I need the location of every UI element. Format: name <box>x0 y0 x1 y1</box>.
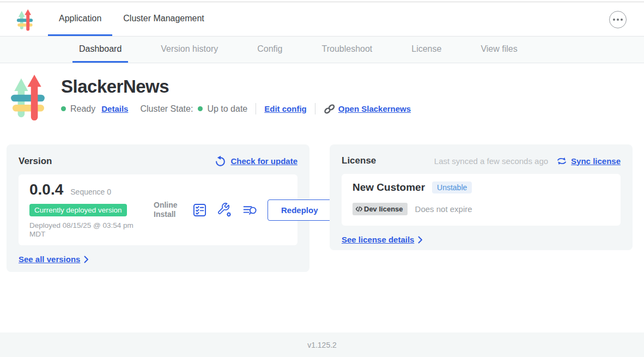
edit-config-link[interactable]: Edit config <box>264 104 307 113</box>
open-app-link[interactable]: Open Slackernews <box>324 104 411 114</box>
see-all-versions-link: See all versions <box>19 255 80 264</box>
deployed-timestamp: Deployed 08/15/25 @ 03:54 pm MDT <box>29 221 144 239</box>
console-footer: v1.125.2 <box>0 332 644 357</box>
console-version-label: v1.125.2 <box>307 341 337 349</box>
divider <box>315 103 315 114</box>
chevron-right-icon <box>84 256 89 263</box>
dashboard-cards: Version Check for update 0.0.4 Sequence … <box>0 120 644 272</box>
chevron-right-icon <box>418 236 423 244</box>
sequence-label: Sequence 0 <box>70 187 111 196</box>
check-for-update-link: Check for update <box>230 156 297 166</box>
app-header: Application Cluster Management <box>0 2 644 37</box>
open-app-link-label: Open Slackernews <box>338 104 411 113</box>
app-status-row: Ready Details Cluster State: Up to date … <box>61 103 411 114</box>
preflight-checks-icon[interactable] <box>192 203 207 217</box>
see-all-versions[interactable]: See all versions <box>19 255 297 264</box>
page-title: SlackerNews <box>61 76 411 97</box>
refresh-icon <box>215 155 226 167</box>
license-card-title: License <box>342 155 376 166</box>
tab-cluster-management[interactable]: Cluster Management <box>112 2 215 36</box>
subnav-version-history[interactable]: Version history <box>154 37 224 63</box>
redeploy-button[interactable]: Redeploy <box>268 199 332 221</box>
license-expiry: Does not expire <box>415 204 472 214</box>
status-details-link[interactable]: Details <box>101 104 128 113</box>
license-type-label: Dev license <box>364 205 403 213</box>
last-synced-label: Last synced a few seconds ago <box>434 156 548 166</box>
slackernews-logo-icon <box>16 9 33 31</box>
current-version-panel: 0.0.4 Sequence 0 Currently deployed vers… <box>19 174 297 245</box>
subnav-troubleshoot[interactable]: Troubleshoot <box>315 37 379 63</box>
subnav-dashboard[interactable]: Dashboard <box>72 37 128 63</box>
ellipsis-icon <box>613 19 615 21</box>
version-number: 0.0.4 <box>29 181 63 198</box>
divider <box>256 103 256 114</box>
code-icon <box>355 205 363 213</box>
tab-application[interactable]: Application <box>48 2 112 36</box>
cluster-state-label: Cluster State: <box>140 104 193 114</box>
check-for-update[interactable]: Check for update <box>215 155 297 167</box>
cluster-status-dot-icon <box>198 106 203 111</box>
header-tabs: Application Cluster Management <box>48 2 215 36</box>
version-card: Version Check for update 0.0.4 Sequence … <box>7 144 309 272</box>
app-subnav: Dashboard Version history Config Trouble… <box>0 37 644 63</box>
subnav-license[interactable]: License <box>405 37 448 63</box>
chain-link-icon <box>324 104 336 114</box>
deployed-status-badge: Currently deployed version <box>29 204 127 216</box>
version-card-title: Version <box>19 156 52 167</box>
ready-status-dot-icon <box>61 106 66 111</box>
app-logo-icon <box>9 74 46 120</box>
view-files-icon[interactable] <box>242 203 257 217</box>
license-details-panel: New Customer Unstable Dev license Does n… <box>342 174 621 226</box>
see-license-details-link: See license details <box>342 235 414 244</box>
cluster-state-value: Up to date <box>207 104 247 114</box>
license-card: License Last synced a few seconds ago Sy… <box>330 144 633 250</box>
subnav-view-files[interactable]: View files <box>474 37 524 63</box>
sync-arrows-icon <box>556 156 567 166</box>
license-type-badge: Dev license <box>353 203 408 215</box>
sync-license[interactable]: Sync license <box>556 156 621 166</box>
install-type-label: Online Install <box>154 201 182 220</box>
ready-status-label: Ready <box>70 104 95 114</box>
sync-license-link: Sync license <box>571 156 621 166</box>
channel-badge: Unstable <box>432 181 472 193</box>
subnav-config[interactable]: Config <box>251 37 289 63</box>
see-license-details[interactable]: See license details <box>342 235 621 244</box>
customer-name: New Customer <box>353 181 425 193</box>
edit-config-icon[interactable] <box>217 203 232 217</box>
app-hero: SlackerNews Ready Details Cluster State:… <box>0 63 644 120</box>
more-menu-button[interactable] <box>609 11 627 28</box>
